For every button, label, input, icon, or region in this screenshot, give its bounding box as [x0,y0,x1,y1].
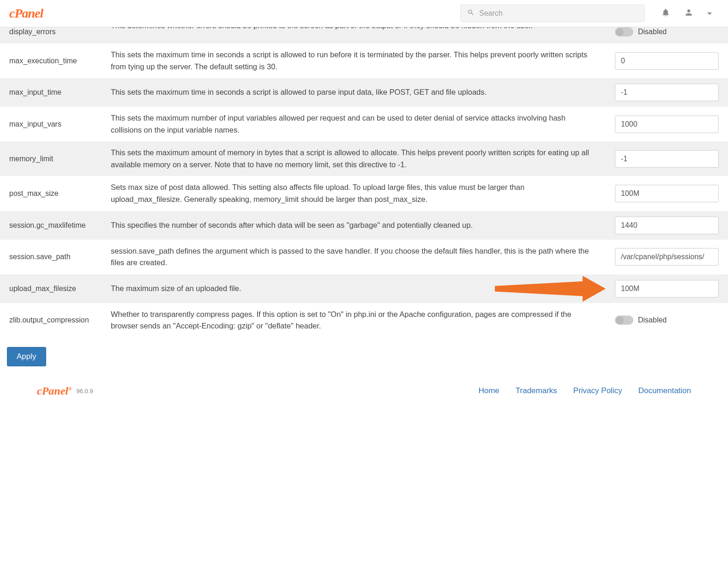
setting-row: memory_limitThis sets the maximum amount… [0,141,728,176]
setting-input[interactable] [615,52,719,70]
setting-name: session.gc_maxlifetime [0,211,102,240]
setting-value-cell [606,211,728,240]
setting-input[interactable] [615,115,719,133]
footer-links: Home Trademarks Privacy Policy Documenta… [478,386,691,395]
footer-link-home[interactable]: Home [478,386,499,395]
setting-description: Whether to transparently compress pages.… [102,303,606,338]
version-label: 96.0.9 [76,388,93,395]
setting-value-cell [606,274,728,303]
cpanel-logo: cPanel [9,6,43,21]
setting-toggle[interactable] [615,27,633,36]
header-icons [654,8,719,19]
user-icon[interactable] [684,8,693,19]
setting-row: max_input_varsThis sets the maximum numb… [0,107,728,141]
search-input[interactable] [479,9,638,18]
setting-name: session.save_path [0,240,102,274]
setting-row: display_errorsThis determines whether er… [0,27,728,43]
footer: cPanel® 96.0.9 Home Trademarks Privacy P… [0,380,728,411]
dropdown-caret-icon[interactable] [707,12,712,15]
search-container[interactable] [460,5,645,22]
setting-name: zlib.output_compression [0,303,102,338]
setting-description: Sets max size of post data allowed. This… [102,176,606,211]
setting-name: max_input_time [0,78,102,107]
apply-button[interactable]: Apply [7,347,46,366]
setting-description: This sets the maximum amount of memory i… [102,141,606,176]
setting-row: session.gc_maxlifetimeThis specifies the… [0,211,728,240]
setting-description: This sets the maximum time in seconds a … [102,78,606,107]
toggle-state-label: Disabled [638,316,667,324]
toggle-state-label: Disabled [638,28,667,36]
setting-value-cell: Disabled [606,27,728,43]
setting-value-cell [606,78,728,107]
setting-value-cell [606,240,728,274]
footer-link-documentation[interactable]: Documentation [638,386,691,395]
app-header: cPanel [0,0,728,27]
setting-description: This sets the maximum number of input va… [102,107,606,141]
setting-input[interactable] [615,280,719,298]
setting-description: This sets the maximum time in seconds a … [102,43,606,78]
setting-row: max_execution_timeThis sets the maximum … [0,43,728,78]
search-icon [467,9,475,18]
setting-input[interactable] [615,248,719,266]
php-settings-table: display_errorsThis determines whether er… [0,27,728,338]
setting-description: This determines whether errors should be… [102,27,606,43]
settings-content: display_errorsThis determines whether er… [0,27,728,338]
setting-row: max_input_timeThis sets the maximum time… [0,78,728,107]
setting-description: This specifies the number of seconds aft… [102,211,606,240]
setting-toggle[interactable] [615,316,633,325]
setting-row: post_max_sizeSets max size of post data … [0,176,728,211]
setting-name: post_max_size [0,176,102,211]
setting-description: The maximum size of an uploaded file. [102,274,606,303]
setting-row: upload_max_filesizeThe maximum size of a… [0,274,728,303]
setting-value-cell [606,141,728,176]
footer-link-trademarks[interactable]: Trademarks [516,386,557,395]
setting-input[interactable] [615,185,719,202]
setting-input[interactable] [615,84,719,101]
setting-value-cell [606,176,728,211]
setting-value-cell [606,107,728,141]
setting-input[interactable] [615,217,719,234]
setting-name: memory_limit [0,141,102,176]
cpanel-footer-logo: cPanel® [37,385,72,397]
setting-row: zlib.output_compressionWhether to transp… [0,303,728,338]
setting-name: max_input_vars [0,107,102,141]
footer-link-privacy[interactable]: Privacy Policy [573,386,622,395]
setting-input[interactable] [615,150,719,168]
setting-description: session.save_path defines the argument w… [102,240,606,274]
setting-row: session.save_pathsession.save_path defin… [0,240,728,274]
setting-name: max_execution_time [0,43,102,78]
apply-bar: Apply [0,338,728,380]
setting-name: display_errors [0,27,102,43]
setting-name: upload_max_filesize [0,274,102,303]
setting-value-cell: Disabled [606,303,728,338]
setting-value-cell [606,43,728,78]
notifications-icon[interactable] [661,8,670,19]
